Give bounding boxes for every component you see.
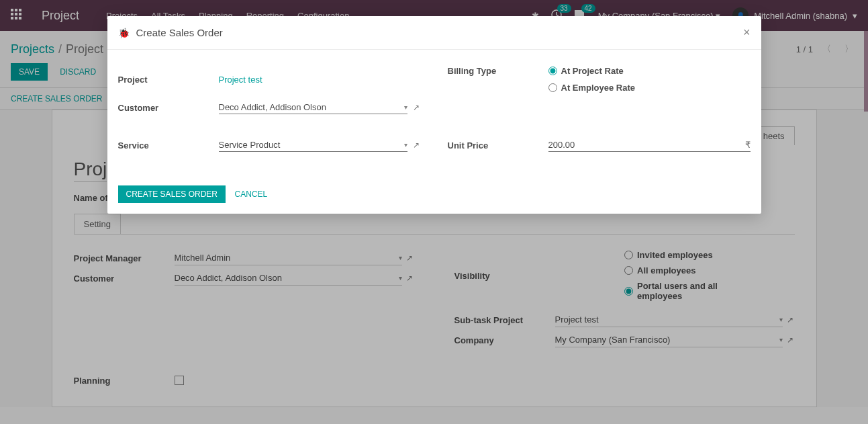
external-link-icon[interactable] bbox=[413, 140, 421, 150]
modal-customer-field[interactable]: ▾ bbox=[219, 101, 407, 114]
modal-billing-label: Billing Type bbox=[448, 66, 548, 76]
create-sales-order-modal: 🐞 Create Sales Order × Project Project t… bbox=[107, 16, 761, 214]
dropdown-icon[interactable]: ▾ bbox=[401, 103, 407, 111]
modal-create-button[interactable]: CREATE SALES ORDER bbox=[118, 185, 226, 203]
dropdown-icon[interactable]: ▾ bbox=[401, 141, 407, 149]
modal-service-field[interactable]: ▾ bbox=[219, 138, 407, 152]
external-link-icon[interactable] bbox=[413, 103, 421, 112]
modal-service-label: Service bbox=[118, 140, 219, 151]
modal-service-input[interactable] bbox=[219, 140, 401, 150]
modal-customer-label: Customer bbox=[118, 103, 219, 113]
close-icon[interactable]: × bbox=[743, 26, 751, 40]
modal-customer-input[interactable] bbox=[219, 102, 401, 112]
bug-icon[interactable]: 🐞 bbox=[118, 28, 130, 38]
billing-project-rate[interactable]: At Project Rate bbox=[548, 66, 649, 76]
modal-cancel-button[interactable]: CANCEL bbox=[228, 185, 275, 203]
modal-unit-price-label: Unit Price bbox=[448, 140, 548, 151]
modal-title: Create Sales Order bbox=[136, 27, 223, 38]
currency-symbol: ₹ bbox=[745, 140, 751, 150]
modal-backdrop[interactable]: 🐞 Create Sales Order × Project Project t… bbox=[0, 0, 868, 424]
modal-project-label: Project bbox=[118, 75, 219, 85]
modal-project-value[interactable]: Project test bbox=[219, 75, 262, 85]
billing-employee-rate[interactable]: At Employee Rate bbox=[548, 83, 649, 93]
modal-unit-price-field[interactable]: ₹ bbox=[548, 138, 751, 152]
modal-unit-price-input[interactable] bbox=[548, 140, 742, 150]
